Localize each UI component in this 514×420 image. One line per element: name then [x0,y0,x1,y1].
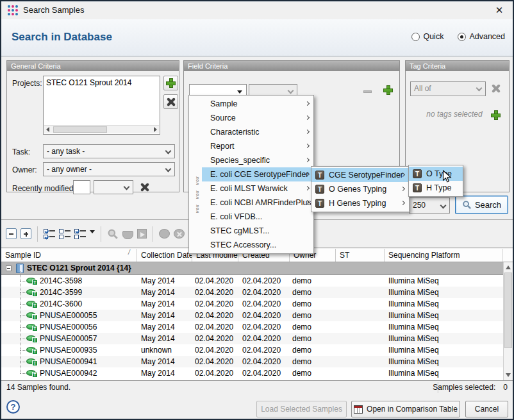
cancel-button[interactable]: Cancel [465,401,508,417]
remove-project-button[interactable] [163,94,178,109]
unassign-icon[interactable] [174,229,185,239]
search-samples-dialog: Search Samples ✕ Search in Database Quic… [0,0,514,420]
submenu-item[interactable]: T O Type [409,167,463,181]
column-header[interactable]: Sample ID [1,249,137,262]
table-row[interactable]: T PNUSAE000935 unknown 02.04.2020 02.04.… [1,344,503,356]
field-menu-item[interactable]: vox E. coli MLST Warwick [189,181,313,196]
cell-platform: Illumina MiSeq [388,275,439,287]
column-header[interactable]: ST [336,249,385,262]
field-type-icon: T [315,171,324,180]
horizontal-scrollbar-thumb[interactable] [53,126,107,133]
load-samples-icon[interactable] [122,231,133,239]
remove-criterion-icon[interactable] [363,90,372,93]
export-samples-icon[interactable] [137,229,147,239]
projects-listbox[interactable]: STEC O121 Sprout 2014 [43,76,160,135]
samples-found-text: 14 Samples found. [6,383,70,392]
project-group-row[interactable]: STEC O121 Sprout 2014 {14} [1,262,503,275]
cell-last-modified: 02.04.2020 [195,344,233,356]
add-project-button[interactable] [163,76,178,90]
menu-item-label: O Genes Typing [329,185,386,194]
field-menu-item[interactable]: vox Characteristic [189,125,313,139]
expand-all-icon[interactable] [21,228,31,239]
add-criterion-icon[interactable] [384,86,392,94]
field-menu-item[interactable]: vox STEC Accessory... [189,238,313,252]
field-menu-item[interactable]: vox Report [189,139,313,153]
load-selected-samples-button[interactable]: Load Selected Samples [256,401,347,417]
table-body: T 2014C-3598 May 2014 02.04.2020 02.04.2… [1,275,503,380]
recently-modified-unit-dropdown[interactable] [94,180,133,194]
field-menu-item[interactable]: vox Source [189,111,313,125]
table-row[interactable]: T PNUSAE000055 May 2014 02.04.2020 02.04… [1,310,503,321]
submenu-item[interactable]: T H Type [409,181,463,195]
sample-icon: T [26,324,36,330]
open-in-comparison-table-button[interactable]: Open in Comparison Table [351,401,460,417]
submenu-item[interactable]: T H Genes Typing [311,196,409,210]
recently-modified-value-field[interactable] [73,180,90,194]
field-menu-item[interactable]: vox E. coli NCBI AMRFinderPlus [189,196,313,210]
find-samples-icon[interactable] [107,228,119,240]
window-title: Search Samples [23,5,84,15]
collapse-expander-icon[interactable] [6,265,12,271]
project-entry[interactable]: STEC O121 Sprout 2014 [44,76,160,89]
radio-quick[interactable]: Quick [411,32,444,41]
menu-item-label: CGE SerotypeFinder [329,171,403,180]
scroll-right-icon[interactable] [154,127,157,132]
general-criteria-title: General Criteria [7,61,179,71]
cell-last-modified: 02.04.2020 [195,356,233,367]
table-row[interactable]: T 2014C-3598 May 2014 02.04.2020 02.04.2… [1,275,503,287]
sort-indicator-icon: / [128,249,130,256]
table-row[interactable]: T 2014C-3600 May 2014 02.04.2020 02.04.2… [1,298,503,310]
radio-advanced[interactable]: Advanced [458,32,505,41]
owner-label: Owner: [12,165,37,174]
cell-platform: Illumina MiSeq [388,356,439,367]
submenu-arrow-icon [305,186,310,190]
task-dropdown[interactable]: - any task - [43,144,175,158]
submenu-arrow-icon [401,187,405,191]
submenu-arrow-icon [305,101,310,106]
collapse-all-icon[interactable] [6,228,17,239]
projects-horizontal-scrollbar[interactable] [44,125,159,133]
add-tag-icon[interactable] [492,111,500,119]
table-row[interactable]: T PNUSAE000941 May 2014 02.04.2020 02.04… [1,356,503,367]
close-icon[interactable]: ✕ [493,4,505,16]
field-menu-item[interactable]: vox Sample [189,97,313,111]
field-menu-item[interactable]: vox E. coli VFDB... [189,210,313,224]
field-menu-item[interactable]: vox STEC cgMLST... [189,224,313,238]
tag-match-dropdown[interactable]: All of [410,81,486,96]
vertical-scrollbar[interactable] [503,262,513,380]
menu-item-label: STEC Accessory... [210,240,276,249]
submenu-item[interactable]: T CGE SerotypeFinder [311,168,409,182]
sample-icon: T [26,312,36,318]
scroll-down-icon[interactable] [506,373,511,377]
vertical-scrollbar-thumb[interactable] [504,273,512,348]
chevron-down-icon [124,184,130,190]
search-button[interactable]: Search [455,196,508,214]
select-all-icon[interactable] [44,229,55,239]
cell-last-modified: 02.04.2020 [195,333,233,344]
tree-connector [20,362,26,362]
page-title: Search in Database [12,31,112,44]
selection-menu-icon[interactable] [74,229,95,239]
table-row[interactable]: T PNUSAE000942 May 2014 02.04.2020 02.04… [1,367,503,379]
cell-created: 02.04.2020 [242,344,281,356]
max-results-dropdown[interactable]: 250 [409,197,450,214]
column-header[interactable]: Sequencing Platform [385,249,502,262]
scroll-up-icon[interactable] [506,265,511,269]
scroll-left-icon[interactable] [46,127,49,132]
field-criteria-title: Field Criteria [184,61,399,71]
table-row[interactable]: T 2014C-3599 May 2014 02.04.2020 02.04.2… [1,287,503,298]
column-header[interactable]: Collection Date [137,249,192,262]
field-menu-item[interactable]: vox E. coli CGE SerotypeFinder [189,167,313,181]
table-row[interactable]: T PNUSAE000056 May 2014 02.04.2020 02.04… [1,321,503,333]
table-row[interactable]: T PNUSAE000057 May 2014 02.04.2020 02.04… [1,333,503,344]
submenu-arrow-icon [305,130,310,134]
menu-item-label: Characteristic [210,128,259,137]
cell-owner: demo [292,356,311,367]
field-menu-item[interactable]: vox Species_specific [189,153,313,167]
deselect-all-icon[interactable] [59,229,70,239]
owner-dropdown[interactable]: - any owner - [43,162,175,176]
assign-icon[interactable] [159,229,170,239]
submenu-item[interactable]: T O Genes Typing [311,182,409,196]
help-icon[interactable]: ? [6,400,20,414]
cell-platform: Illumina MiSeq [388,333,439,344]
